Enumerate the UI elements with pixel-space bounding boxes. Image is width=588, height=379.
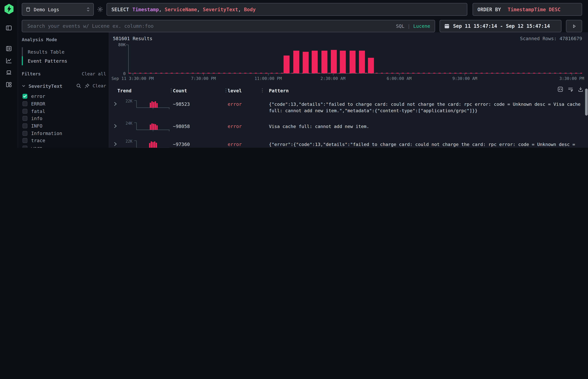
filter-checkbox-item[interactable]: warn xyxy=(22,144,106,148)
table-row[interactable]: 22K ~97360 error ×{"error":{"code":13,"d… xyxy=(113,135,582,148)
row-expand-icon[interactable] xyxy=(113,124,117,128)
checkbox[interactable] xyxy=(22,138,27,143)
histogram-bar xyxy=(350,50,356,73)
filter-sidebar: Analysis Mode Results Table Event Patter… xyxy=(18,32,109,148)
pattern-count: ~98058 xyxy=(173,121,228,129)
order-by-keyword: ORDER BY xyxy=(478,7,501,12)
wrap-text-icon[interactable] xyxy=(567,86,573,92)
search-bar[interactable]: SQL | Lucene xyxy=(22,20,435,32)
mode-results-table[interactable]: Results Table xyxy=(22,47,106,56)
mode-sql[interactable]: SQL xyxy=(396,23,404,29)
gear-icon[interactable] xyxy=(97,6,104,13)
filter-checkbox-item[interactable]: Information xyxy=(22,130,106,137)
y-axis-max-label: 80K xyxy=(116,42,126,47)
table-row[interactable]: 22K ~98523 error ×{"code":13,"details":"… xyxy=(113,95,582,117)
order-by-value: TimestampTime DESC xyxy=(508,7,560,12)
patterns-table-body: 22K ~98523 error ×{"code":13,"details":"… xyxy=(113,95,582,148)
analysis-mode-title: Analysis Mode xyxy=(22,37,106,42)
play-icon xyxy=(571,24,577,29)
vertical-scrollbar-thumb[interactable] xyxy=(585,89,588,116)
select-keyword: SELECT xyxy=(111,7,129,12)
checkbox-label: trace xyxy=(31,138,45,144)
order-by-input[interactable]: ORDER BY TimestampTime DESC xyxy=(473,3,582,16)
mode-lucene[interactable]: Lucene xyxy=(413,23,430,29)
app-body: Demo Logs SELECT Timestamp, ServiceName,… xyxy=(18,0,588,148)
pin-icon[interactable] xyxy=(84,83,90,89)
checkbox[interactable] xyxy=(22,116,27,121)
checkbox[interactable] xyxy=(22,146,27,148)
select-chevrons-icon xyxy=(86,7,90,12)
checkbox[interactable] xyxy=(22,131,27,136)
query-token: , xyxy=(238,7,244,12)
query-token: ServiceName xyxy=(165,7,197,12)
filter-group-severity[interactable]: SeverityText Clear xyxy=(22,82,106,90)
histogram-bar xyxy=(340,50,346,73)
baseline-series xyxy=(129,73,582,74)
row-expand-icon[interactable] xyxy=(113,142,117,146)
source-select[interactable]: Demo Logs xyxy=(22,3,94,16)
app-logo-icon[interactable] xyxy=(3,4,14,14)
trend-axis-label: 22K xyxy=(120,139,132,143)
patterns-table-header: Trend Count level Pattern xyxy=(113,86,582,95)
checkbox[interactable] xyxy=(22,94,27,99)
x-axis-tick-label: 7:30:00 PM xyxy=(191,76,216,81)
clear-group-button[interactable]: Clear xyxy=(93,83,106,89)
select-query-input[interactable]: SELECT Timestamp, ServiceName, SeverityT… xyxy=(107,3,467,16)
chart-explorer-icon[interactable] xyxy=(5,57,12,64)
x-axis-tick-label: Sep 11 3:30:00 PM xyxy=(111,76,154,81)
table-row[interactable]: 24K ~98058 error ×Visa cache full: canno… xyxy=(113,117,582,135)
query-token: Body xyxy=(244,7,256,12)
source-label: Demo Logs xyxy=(34,7,83,12)
filter-checkbox-item[interactable]: trace xyxy=(22,137,106,144)
checkbox-label: Information xyxy=(31,130,62,136)
checkbox[interactable] xyxy=(22,124,27,128)
histogram-bar xyxy=(359,50,365,73)
results-count: 581601 Results xyxy=(113,36,153,41)
run-query-button[interactable] xyxy=(566,20,582,32)
filter-checkbox-item[interactable]: info xyxy=(22,115,106,122)
filter-checkbox-item[interactable]: ERROR xyxy=(22,100,106,108)
x-axis-tick-label: 3:30:00 PM xyxy=(559,76,584,81)
severity-filter-list: error ERROR fatal info INFO Information … xyxy=(22,93,106,148)
checkbox[interactable] xyxy=(22,101,27,106)
filters-title: Filters xyxy=(22,71,41,77)
column-trend: Trend xyxy=(113,88,173,93)
download-csv-icon[interactable] xyxy=(578,86,584,92)
dashboards-icon[interactable] xyxy=(5,81,12,88)
checkbox-label: error xyxy=(31,94,45,99)
search-input[interactable] xyxy=(27,23,396,29)
checkbox-label: info xyxy=(31,116,42,121)
group-name: SeverityText xyxy=(29,83,62,89)
filter-checkbox-item[interactable]: fatal xyxy=(22,107,106,115)
query-token: , xyxy=(197,7,203,12)
histogram-bar xyxy=(303,52,309,73)
query-token: , xyxy=(159,7,165,12)
json-view-icon[interactable] xyxy=(557,86,563,92)
checkbox[interactable] xyxy=(22,109,27,113)
trend-sparkline: 22K xyxy=(120,99,173,110)
search-icon[interactable] xyxy=(76,83,81,89)
database-icon xyxy=(26,7,31,12)
results-histogram: 80K 0 Sep 11 3:30:00 PM7:30:00 PM11:00:0… xyxy=(113,42,582,81)
x-axis-tick-label: 9:30:00 AM xyxy=(452,76,477,81)
query-token: Timestamp xyxy=(132,7,159,12)
row-expand-icon[interactable] xyxy=(113,102,117,106)
sessions-icon[interactable] xyxy=(5,69,12,76)
clear-all-button[interactable]: Clear all xyxy=(82,71,106,77)
filter-checkbox-item[interactable]: error xyxy=(22,93,106,100)
x-axis-tick-label: 6:00:00 AM xyxy=(387,76,412,81)
filter-checkbox-item[interactable]: INFO xyxy=(22,122,106,130)
time-range-picker[interactable]: Sep 11 15:47:14 - Sep 12 15:47:14 xyxy=(440,20,562,32)
sidebar-toggle-icon[interactable] xyxy=(5,24,12,32)
histogram-bar xyxy=(293,51,299,73)
pattern-level: error xyxy=(228,99,264,107)
search-logs-icon[interactable] xyxy=(5,45,12,52)
mode-event-patterns[interactable]: Event Patterns xyxy=(22,56,106,65)
x-axis-tick-label: 11:00:00 PM xyxy=(255,76,282,81)
histogram-bar xyxy=(312,50,318,73)
pattern-count: ~98523 xyxy=(173,99,228,107)
histogram-plot xyxy=(128,45,582,74)
x-axis-tick-label: 2:30:00 AM xyxy=(321,76,345,81)
pattern-level: error xyxy=(228,121,264,129)
checkbox-label: ERROR xyxy=(31,101,45,107)
